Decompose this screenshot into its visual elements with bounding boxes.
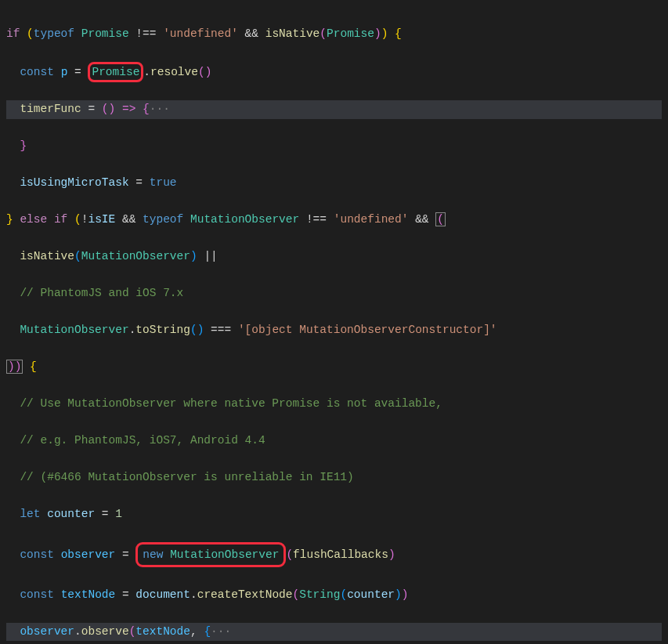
code-line: MutationObserver.toString() === '[object… [6,321,662,340]
code-line: if (typeof Promise !== 'undefined' && is… [6,25,662,44]
code-line: isNative(MutationObserver) || [6,248,662,266]
highlight-mutation-observer: new MutationObserver [135,542,286,567]
code-line: )) { [6,358,662,377]
code-line: const textNode = document.createTextNode… [6,586,662,605]
code-line-folded[interactable]: observer.observe(textNode, {··· [6,623,662,642]
code-line: } [6,137,662,156]
code-line: let counter = 1 [6,505,662,524]
code-line: // (#6466 MutationObserver is unreliable… [6,469,662,487]
code-line: } else if (!isIE && typeof MutationObser… [6,211,662,230]
code-line: // Use MutationObserver where native Pro… [6,395,662,414]
code-line: const observer = new MutationObserver(fl… [6,542,662,567]
code-line: const p = Promise.resolve() [6,62,662,82]
code-editor[interactable]: if (typeof Promise !== 'undefined' && is… [0,0,668,644]
code-line-folded[interactable]: timerFunc = () => {··· [6,100,662,119]
code-line: // PhantomJS and iOS 7.x [6,284,662,303]
code-line: // e.g. PhantomJS, iOS7, Android 4.4 [6,432,662,450]
highlight-promise: Promise [88,62,143,82]
code-line: isUsingMicroTask = true [6,174,662,193]
